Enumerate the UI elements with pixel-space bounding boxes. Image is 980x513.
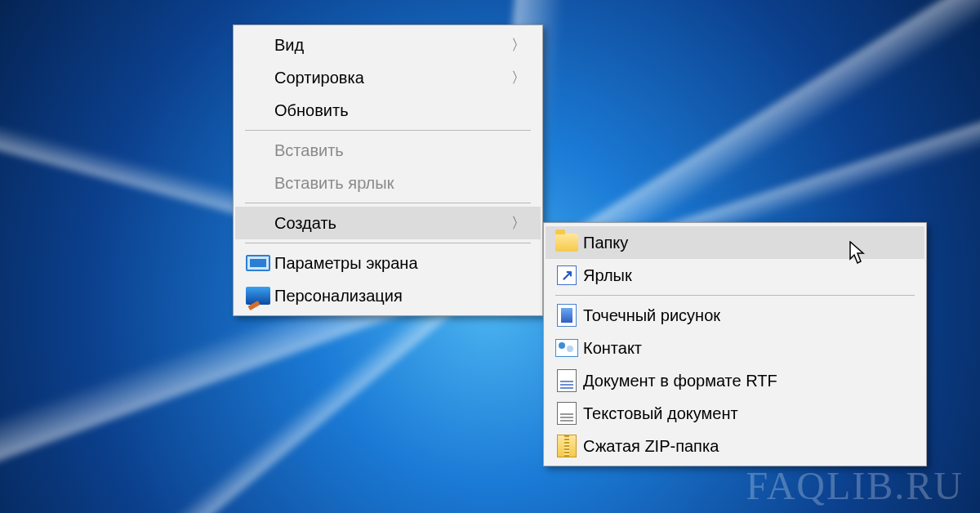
- desktop-context-menu: Вид 〉 Сортировка 〉 Обновить Вставить Вст…: [233, 25, 543, 316]
- chevron-right-icon: 〉: [511, 68, 526, 87]
- rtf-icon: [550, 369, 583, 392]
- menu-item-paste: Вставить: [235, 134, 541, 167]
- text-icon: [550, 402, 583, 425]
- menu-item-new[interactable]: Создать 〉: [235, 207, 541, 239]
- folder-icon: [550, 234, 583, 252]
- menu-item-sort[interactable]: Сортировка 〉: [235, 61, 541, 94]
- contact-icon: [550, 339, 583, 357]
- menu-item-display-settings[interactable]: Параметры экрана: [235, 247, 541, 279]
- chevron-right-icon: 〉: [511, 213, 526, 233]
- new-submenu: Папку Ярлык Точечный рисунок Контакт Док…: [543, 222, 927, 466]
- chevron-right-icon: 〉: [511, 35, 526, 55]
- menu-separator: [245, 203, 531, 203]
- menu-item-label: Контакт: [583, 339, 910, 358]
- menu-item-label: Вид: [274, 36, 492, 55]
- menu-item-label: Персонализация: [274, 287, 526, 306]
- menu-item-label: Текстовый документ: [583, 404, 910, 423]
- menu-separator: [555, 295, 915, 296]
- submenu-item-zip[interactable]: Сжатая ZIP-папка: [546, 430, 924, 462]
- menu-item-label: Сжатая ZIP-папка: [583, 437, 910, 456]
- menu-item-refresh[interactable]: Обновить: [235, 94, 541, 127]
- bitmap-icon: [550, 304, 583, 327]
- submenu-item-bitmap[interactable]: Точечный рисунок: [546, 299, 924, 332]
- submenu-item-contact[interactable]: Контакт: [546, 332, 924, 364]
- submenu-item-shortcut[interactable]: Ярлык: [546, 259, 924, 292]
- menu-item-label: Вставить: [274, 141, 526, 160]
- menu-item-personalize[interactable]: Персонализация: [235, 279, 541, 312]
- submenu-item-rtf[interactable]: Документ в формате RTF: [546, 364, 924, 397]
- zip-icon: [550, 435, 583, 457]
- personalize-icon: [242, 287, 274, 305]
- menu-separator: [245, 243, 531, 243]
- shortcut-icon: [550, 265, 583, 285]
- menu-item-label: Вставить ярлык: [274, 174, 526, 193]
- menu-item-label: Папку: [583, 234, 910, 252]
- display-icon: [242, 255, 274, 271]
- menu-item-label: Создать: [274, 214, 492, 233]
- watermark-text: FAQLIB.RU: [746, 463, 964, 508]
- menu-separator: [245, 130, 531, 131]
- menu-item-label: Ярлык: [583, 266, 910, 285]
- menu-item-label: Обновить: [274, 101, 526, 120]
- menu-item-label: Сортировка: [274, 69, 492, 87]
- submenu-item-folder[interactable]: Папку: [546, 226, 924, 259]
- menu-item-view[interactable]: Вид 〉: [235, 29, 541, 61]
- menu-item-label: Документ в формате RTF: [583, 372, 910, 390]
- menu-item-label: Параметры экрана: [274, 254, 526, 273]
- submenu-item-text[interactable]: Текстовый документ: [546, 397, 924, 430]
- menu-item-label: Точечный рисунок: [583, 306, 910, 325]
- menu-item-paste-shortcut: Вставить ярлык: [235, 167, 541, 199]
